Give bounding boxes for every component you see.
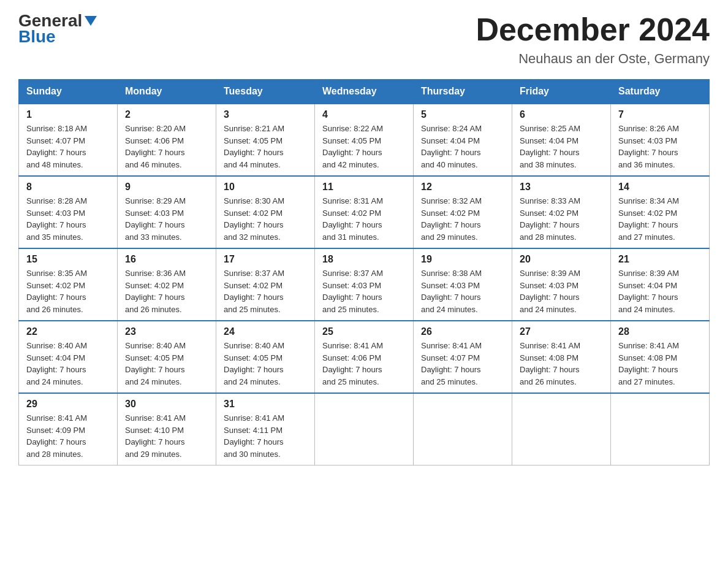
weekday-header-row: SundayMondayTuesdayWednesdayThursdayFrid…: [19, 80, 710, 104]
day-info: Sunrise: 8:40 AM Sunset: 4:05 PM Dayligh…: [224, 340, 307, 388]
day-number: 20: [520, 254, 603, 265]
day-number: 27: [520, 326, 603, 337]
day-info: Sunrise: 8:41 AM Sunset: 4:06 PM Dayligh…: [322, 340, 406, 388]
weekday-header-tuesday: Tuesday: [216, 80, 315, 104]
weekday-header-sunday: Sunday: [19, 80, 118, 104]
day-number: 17: [224, 254, 307, 265]
day-info: Sunrise: 8:37 AM Sunset: 4:03 PM Dayligh…: [322, 267, 406, 315]
weekday-header-friday: Friday: [512, 80, 611, 104]
week-row-1: 1 Sunrise: 8:18 AM Sunset: 4:07 PM Dayli…: [19, 104, 710, 176]
day-number: 14: [618, 182, 702, 193]
day-number: 29: [26, 399, 110, 410]
day-info: Sunrise: 8:38 AM Sunset: 4:03 PM Dayligh…: [421, 267, 504, 315]
calendar-cell: 9 Sunrise: 8:29 AM Sunset: 4:03 PM Dayli…: [118, 176, 216, 248]
day-info: Sunrise: 8:25 AM Sunset: 4:04 PM Dayligh…: [520, 123, 603, 170]
day-info: Sunrise: 8:31 AM Sunset: 4:02 PM Dayligh…: [322, 195, 406, 243]
day-info: Sunrise: 8:30 AM Sunset: 4:02 PM Dayligh…: [224, 195, 307, 243]
day-number: 25: [322, 326, 406, 337]
calendar-cell: 12 Sunrise: 8:32 AM Sunset: 4:02 PM Dayl…: [414, 176, 512, 248]
day-info: Sunrise: 8:41 AM Sunset: 4:10 PM Dayligh…: [125, 412, 208, 460]
day-info: Sunrise: 8:32 AM Sunset: 4:02 PM Dayligh…: [421, 195, 504, 243]
day-number: 16: [125, 254, 208, 265]
day-info: Sunrise: 8:33 AM Sunset: 4:02 PM Dayligh…: [520, 195, 603, 243]
day-info: Sunrise: 8:37 AM Sunset: 4:02 PM Dayligh…: [224, 267, 307, 315]
day-number: 31: [224, 399, 307, 410]
calendar-cell: 3 Sunrise: 8:21 AM Sunset: 4:05 PM Dayli…: [216, 104, 315, 176]
day-info: Sunrise: 8:40 AM Sunset: 4:05 PM Dayligh…: [125, 340, 208, 388]
day-number: 4: [322, 109, 406, 120]
day-info: Sunrise: 8:28 AM Sunset: 4:03 PM Dayligh…: [26, 195, 110, 243]
calendar-cell: 29 Sunrise: 8:41 AM Sunset: 4:09 PM Dayl…: [19, 393, 118, 465]
week-row-4: 22 Sunrise: 8:40 AM Sunset: 4:04 PM Dayl…: [19, 321, 710, 393]
calendar-cell: 11 Sunrise: 8:31 AM Sunset: 4:02 PM Dayl…: [315, 176, 414, 248]
week-row-3: 15 Sunrise: 8:35 AM Sunset: 4:02 PM Dayl…: [19, 248, 710, 321]
day-info: Sunrise: 8:36 AM Sunset: 4:02 PM Dayligh…: [125, 267, 208, 315]
calendar-cell: 5 Sunrise: 8:24 AM Sunset: 4:04 PM Dayli…: [414, 104, 512, 176]
day-info: Sunrise: 8:41 AM Sunset: 4:08 PM Dayligh…: [618, 340, 702, 388]
day-number: 9: [125, 182, 208, 193]
calendar-cell: 10 Sunrise: 8:30 AM Sunset: 4:02 PM Dayl…: [216, 176, 315, 248]
calendar-cell: 7 Sunrise: 8:26 AM Sunset: 4:03 PM Dayli…: [611, 104, 710, 176]
day-number: 22: [26, 326, 110, 337]
day-number: 15: [26, 254, 110, 265]
day-number: 19: [421, 254, 504, 265]
calendar-cell: 22 Sunrise: 8:40 AM Sunset: 4:04 PM Dayl…: [19, 321, 118, 393]
calendar-cell: 30 Sunrise: 8:41 AM Sunset: 4:10 PM Dayl…: [118, 393, 216, 465]
calendar-table: SundayMondayTuesdayWednesdayThursdayFrid…: [18, 79, 710, 465]
calendar-cell: 24 Sunrise: 8:40 AM Sunset: 4:05 PM Dayl…: [216, 321, 315, 393]
calendar-cell: 31 Sunrise: 8:41 AM Sunset: 4:11 PM Dayl…: [216, 393, 315, 465]
day-number: 3: [224, 109, 307, 120]
day-number: 26: [421, 326, 504, 337]
calendar-cell: 18 Sunrise: 8:37 AM Sunset: 4:03 PM Dayl…: [315, 248, 414, 321]
day-info: Sunrise: 8:21 AM Sunset: 4:05 PM Dayligh…: [224, 123, 307, 170]
weekday-header-wednesday: Wednesday: [315, 80, 414, 104]
day-info: Sunrise: 8:41 AM Sunset: 4:08 PM Dayligh…: [520, 340, 603, 388]
calendar-cell: 27 Sunrise: 8:41 AM Sunset: 4:08 PM Dayl…: [512, 321, 611, 393]
weekday-header-monday: Monday: [118, 80, 216, 104]
day-number: 2: [125, 109, 208, 120]
calendar-cell: 4 Sunrise: 8:22 AM Sunset: 4:05 PM Dayli…: [315, 104, 414, 176]
calendar-cell: 28 Sunrise: 8:41 AM Sunset: 4:08 PM Dayl…: [611, 321, 710, 393]
day-number: 11: [322, 182, 406, 193]
day-number: 5: [421, 109, 504, 120]
day-number: 12: [421, 182, 504, 193]
calendar-cell: 17 Sunrise: 8:37 AM Sunset: 4:02 PM Dayl…: [216, 248, 315, 321]
calendar-cell: 26 Sunrise: 8:41 AM Sunset: 4:07 PM Dayl…: [414, 321, 512, 393]
location-subtitle: Neuhaus an der Oste, Germany: [476, 51, 710, 67]
day-number: 23: [125, 326, 208, 337]
calendar-cell: 19 Sunrise: 8:38 AM Sunset: 4:03 PM Dayl…: [414, 248, 512, 321]
day-number: 28: [618, 326, 702, 337]
calendar-cell: 20 Sunrise: 8:39 AM Sunset: 4:03 PM Dayl…: [512, 248, 611, 321]
day-number: 6: [520, 109, 603, 120]
day-info: Sunrise: 8:20 AM Sunset: 4:06 PM Dayligh…: [125, 123, 208, 170]
day-info: Sunrise: 8:22 AM Sunset: 4:05 PM Dayligh…: [322, 123, 406, 170]
day-number: 7: [618, 109, 702, 120]
calendar-cell: 21 Sunrise: 8:39 AM Sunset: 4:04 PM Dayl…: [611, 248, 710, 321]
calendar-cell: [512, 393, 611, 465]
calendar-cell: 8 Sunrise: 8:28 AM Sunset: 4:03 PM Dayli…: [19, 176, 118, 248]
day-info: Sunrise: 8:34 AM Sunset: 4:02 PM Dayligh…: [618, 195, 702, 243]
logo-blue-text: Blue: [18, 28, 56, 45]
week-row-2: 8 Sunrise: 8:28 AM Sunset: 4:03 PM Dayli…: [19, 176, 710, 248]
day-number: 10: [224, 182, 307, 193]
week-row-5: 29 Sunrise: 8:41 AM Sunset: 4:09 PM Dayl…: [19, 393, 710, 465]
day-info: Sunrise: 8:39 AM Sunset: 4:04 PM Dayligh…: [618, 267, 702, 315]
day-info: Sunrise: 8:29 AM Sunset: 4:03 PM Dayligh…: [125, 195, 208, 243]
month-title: December 2024: [476, 12, 710, 47]
day-number: 18: [322, 254, 406, 265]
day-number: 24: [224, 326, 307, 337]
calendar-cell: [315, 393, 414, 465]
day-info: Sunrise: 8:41 AM Sunset: 4:09 PM Dayligh…: [26, 412, 110, 460]
day-info: Sunrise: 8:40 AM Sunset: 4:04 PM Dayligh…: [26, 340, 110, 388]
day-info: Sunrise: 8:24 AM Sunset: 4:04 PM Dayligh…: [421, 123, 504, 170]
day-number: 30: [125, 399, 208, 410]
calendar-cell: 2 Sunrise: 8:20 AM Sunset: 4:06 PM Dayli…: [118, 104, 216, 176]
header: General Blue December 2024 Neuhaus an de…: [18, 12, 710, 67]
day-info: Sunrise: 8:18 AM Sunset: 4:07 PM Dayligh…: [26, 123, 110, 170]
logo: General Blue: [18, 12, 97, 45]
calendar-cell: 13 Sunrise: 8:33 AM Sunset: 4:02 PM Dayl…: [512, 176, 611, 248]
calendar-cell: 6 Sunrise: 8:25 AM Sunset: 4:04 PM Dayli…: [512, 104, 611, 176]
day-info: Sunrise: 8:35 AM Sunset: 4:02 PM Dayligh…: [26, 267, 110, 315]
calendar-cell: 14 Sunrise: 8:34 AM Sunset: 4:02 PM Dayl…: [611, 176, 710, 248]
day-number: 8: [26, 182, 110, 193]
